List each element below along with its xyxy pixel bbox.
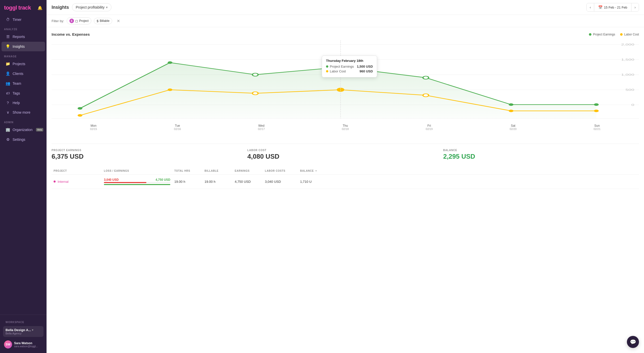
x-axis-fri: Fri 02/19 xyxy=(387,124,471,130)
chart-svg: 2,000 1,500 1,000 500 0 xyxy=(52,40,639,121)
manage-label: MANAGE xyxy=(0,52,47,59)
bell-icon[interactable]: 🔔 xyxy=(37,6,43,10)
sidebar-item-settings[interactable]: ⚙ Settings xyxy=(2,135,45,144)
chart-title: Income vs. Expenses xyxy=(52,32,90,36)
sidebar-item-help[interactable]: ? Help xyxy=(2,98,45,107)
th-loss-earnings: LOSS / EARNINGS xyxy=(102,169,172,172)
sidebar-item-label: Timer xyxy=(13,18,21,22)
table-row: Internal 3,040 USD 4,750 USD 19.00 h xyxy=(52,174,639,189)
sidebar-item-projects[interactable]: 📁 Projects xyxy=(2,59,45,69)
x-axis-mon: Mon 02/15 xyxy=(52,124,136,130)
workspace-sub: Bella Agency xyxy=(6,332,41,335)
content-area: Income vs. Expenses Project Earnings Lab… xyxy=(47,27,644,353)
sidebar-item-label: Organization xyxy=(13,128,32,132)
cost-dot-fri xyxy=(423,94,429,97)
user-row: SW Sara Watson sara.watson@toggl... xyxy=(2,338,45,350)
sidebar-item-label: Help xyxy=(13,101,20,105)
th-project: PROJECT xyxy=(52,169,102,172)
sidebar-bottom: WORKSPACE Bella Design A... ▾ Bella Agen… xyxy=(0,315,47,353)
sidebar-item-organization[interactable]: 🏢 Organization Beta xyxy=(2,125,45,135)
stat-balance-label: BALANCE xyxy=(443,149,631,152)
clients-icon: 👤 xyxy=(6,71,10,76)
sort-icon: ▼ xyxy=(315,169,318,172)
prev-date-button[interactable]: ‹ xyxy=(587,3,594,11)
sidebar-item-label: Team xyxy=(13,81,21,85)
project-count-badge: 6 xyxy=(69,19,74,23)
support-button[interactable]: 💬 xyxy=(627,336,639,348)
chevron-down-icon: ∨ xyxy=(6,110,10,115)
sidebar-item-timer[interactable]: ⏱ Timer xyxy=(2,15,45,24)
chevron-down-icon: ▾ xyxy=(106,5,108,9)
sidebar-item-label: Clients xyxy=(13,72,23,76)
earnings-bar-track xyxy=(104,184,170,185)
tags-icon: 🏷 xyxy=(6,91,10,95)
report-type-label: Project profitability xyxy=(76,5,104,9)
stat-balance: BALANCE 2,295 USD xyxy=(443,149,639,160)
workspace-selector[interactable]: Bella Design A... ▾ Bella Agency xyxy=(3,326,44,337)
sidebar-item-label: Tags xyxy=(13,91,20,95)
sidebar-item-insights[interactable]: 💡 Insights xyxy=(2,42,45,51)
admin-label: ADMIN xyxy=(0,117,47,125)
x-axis-thu: Thu 02/18 xyxy=(303,124,387,130)
td-earnings: 4,750 USD xyxy=(233,180,263,184)
stat-cost-value: 4,080 USD xyxy=(247,153,435,160)
timer-icon: ⏱ xyxy=(6,17,10,22)
org-icon: 🏢 xyxy=(6,127,10,132)
team-icon: 👥 xyxy=(6,81,10,86)
stats-row: PROJECT EARNINGS 6,375 USD LABOR COST 4,… xyxy=(52,144,639,160)
svg-text:0: 0 xyxy=(631,103,634,107)
chart-container: 2,000 1,500 1,000 500 0 xyxy=(52,40,639,136)
th-earnings: EARNINGS xyxy=(233,169,263,172)
sidebar-item-reports[interactable]: ☰ Reports xyxy=(2,32,45,41)
project-filter-chip[interactable]: 6 ◻ Project xyxy=(67,17,91,24)
earnings-dot-tue xyxy=(168,61,172,64)
sidebar-item-tags[interactable]: 🏷 Tags xyxy=(2,89,45,98)
date-range-text: 15 Feb - 21 Feb xyxy=(604,6,627,9)
cost-dot-sun xyxy=(594,110,599,112)
stat-cost-label: LABOR COST xyxy=(247,149,435,152)
cost-dot-tue xyxy=(168,89,172,91)
sidebar-item-clients[interactable]: 👤 Clients xyxy=(2,69,45,78)
main-content: Insights Project profitability ▾ ‹ 📅 15 … xyxy=(47,0,644,353)
sidebar-item-team[interactable]: 👥 Team xyxy=(2,79,45,88)
sidebar-item-label: Projects xyxy=(13,62,25,66)
beta-badge: Beta xyxy=(36,128,43,131)
projects-icon: 📁 xyxy=(6,62,10,66)
date-navigation: ‹ 📅 15 Feb - 21 Feb › xyxy=(586,3,639,12)
th-total-hrs: TOTAL HRS xyxy=(172,169,203,172)
td-balance: 1,710 U xyxy=(298,180,328,184)
th-labor-costs: LABOR COSTS xyxy=(263,169,298,172)
workspace-name: Bella Design A... ▾ xyxy=(6,328,41,332)
logo-area: toggl track 🔔 xyxy=(0,0,47,15)
chart-header: Income vs. Expenses Project Earnings Lab… xyxy=(52,32,639,36)
help-icon: ? xyxy=(6,101,10,105)
stat-balance-value: 2,295 USD xyxy=(443,153,631,160)
billable-filter-chip[interactable]: $ Billable xyxy=(94,18,112,24)
sidebar-item-show-more[interactable]: ∨ Show more xyxy=(2,108,45,117)
report-type-selector[interactable]: Project profitability ▾ xyxy=(72,3,111,11)
sidebar-item-label: Reports xyxy=(13,35,25,39)
legend-cost: Labor Cost xyxy=(620,33,639,36)
svg-text:1,500: 1,500 xyxy=(621,58,634,61)
progress-bar-track xyxy=(104,182,170,183)
stat-earnings-value: 6,375 USD xyxy=(52,153,240,160)
next-date-button[interactable]: › xyxy=(631,3,639,11)
cost-dot-mon xyxy=(78,114,83,117)
sidebar-item-label: Insights xyxy=(13,45,25,49)
reports-icon: ☰ xyxy=(6,34,10,39)
filter-clear-button[interactable]: ✕ xyxy=(115,18,122,24)
loss-value: 3,040 USD xyxy=(104,178,119,182)
x-axis-sun: Sun 02/21 xyxy=(555,124,639,130)
chart-section: Income vs. Expenses Project Earnings Lab… xyxy=(52,32,639,136)
cost-dot-wed xyxy=(252,92,258,95)
chart-legend: Project Earnings Labor Cost xyxy=(589,33,639,36)
avatar: SW xyxy=(4,340,12,348)
td-billable: 19.00 h xyxy=(203,180,233,184)
earnings-dot-sat xyxy=(509,103,513,106)
filter-label: Filter by: xyxy=(52,19,64,23)
earnings-bar-value: 4,750 USD xyxy=(155,178,170,182)
svg-text:500: 500 xyxy=(626,88,634,92)
stat-earnings-label: PROJECT EARNINGS xyxy=(52,149,240,152)
earnings-dot xyxy=(589,33,591,36)
stat-labor-cost: LABOR COST 4,080 USD xyxy=(247,149,443,160)
